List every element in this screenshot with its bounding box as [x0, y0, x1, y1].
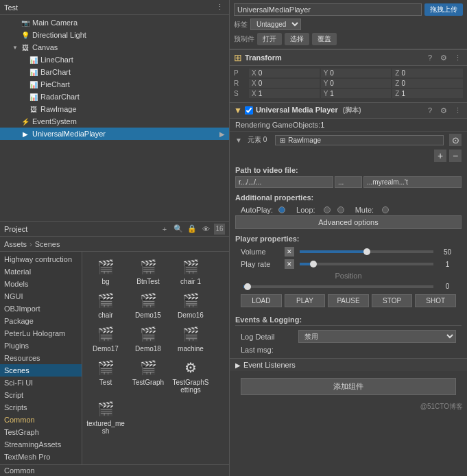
volume-slider[interactable] [300, 250, 433, 253]
folder-scenes[interactable]: Scenes [0, 364, 82, 377]
create-icon[interactable]: + [159, 224, 170, 235]
tag-dropdown[interactable]: Untagged [250, 19, 301, 30]
folder-peterlu[interactable]: PeterLu Hologram [0, 327, 82, 340]
log-dropdown[interactable]: 禁用 [298, 330, 456, 343]
autoplay-radio[interactable] [278, 206, 285, 213]
folder-plugins[interactable]: Plugins [0, 340, 82, 352]
mute-radio[interactable] [382, 206, 389, 213]
shot-btn[interactable]: SHOT [415, 294, 456, 307]
folder-ngui[interactable]: NGUI [0, 290, 82, 302]
volume-thumb[interactable] [363, 248, 370, 255]
loop-label: Loop: [296, 206, 315, 214]
folder-testgraph[interactable]: TestGraph [0, 426, 82, 438]
lock-icon[interactable]: 🔒 [187, 224, 197, 235]
px-field[interactable]: X 0 [249, 69, 320, 78]
search-icon[interactable]: 🔍 [173, 224, 184, 235]
stop-btn[interactable]: STOP [372, 294, 413, 307]
sy-field[interactable]: Y 1 [321, 89, 392, 98]
folder-streaming[interactable]: StreamingAssets [0, 438, 82, 451]
file-machine[interactable]: 🎬 machine [170, 322, 211, 354]
rz-field[interactable]: Z 0 [392, 79, 463, 88]
file-demo17[interactable]: 🎬 Demo17 [85, 322, 126, 354]
ry-field[interactable]: Y 0 [321, 79, 392, 88]
eye-icon[interactable]: 👁 [200, 224, 211, 235]
breadcrumb-assets[interactable]: Assets [4, 240, 27, 248]
tree-item-barchart[interactable]: 📊 BarChart [0, 66, 229, 78]
playrate-thumb[interactable] [310, 261, 317, 267]
transform-settings-icon[interactable]: ⚙ [438, 52, 449, 63]
tree-item-main-camera[interactable]: 📷 Main Camera [0, 16, 229, 29]
tree-item-universalmediaplayer[interactable]: ▶ UniversalMediaPlayer ▶ [0, 128, 229, 140]
file-texturedmesh[interactable]: 🎬 textured_mesh [85, 396, 126, 436]
load-btn[interactable]: LOAD [241, 294, 282, 307]
sz-field[interactable]: Z 1 [392, 89, 463, 98]
file-testgraph[interactable]: 🎬 TestGraph [128, 355, 169, 395]
file-demo18[interactable]: 🎬 Demo18 [128, 322, 169, 354]
folder-script[interactable]: Script [0, 389, 82, 401]
volume-x-btn[interactable]: ✕ [285, 247, 294, 257]
position-thumb[interactable] [244, 283, 251, 290]
loop-radio2[interactable] [337, 206, 344, 213]
folder-highway[interactable]: Highway contruction [0, 253, 82, 265]
tree-item-linechart[interactable]: 📊 LineChart [0, 53, 229, 66]
loop-radio1[interactable] [324, 206, 331, 213]
folder-textmesh[interactable]: TextMesh Pro [0, 451, 82, 463]
tree-item-radarchart[interactable]: 📊 RadarChart [0, 91, 229, 103]
add-element-btn[interactable]: + [434, 150, 446, 162]
path-field-1[interactable] [235, 176, 333, 188]
transform-header[interactable]: ⊞ Transform ? ⚙ ⋮ [230, 49, 467, 66]
transform-menu-icon[interactable]: ⋮ [452, 52, 463, 63]
tree-item-eventsystem[interactable]: ⚡ EventSystem [0, 115, 229, 128]
py-field[interactable]: Y 0 [321, 69, 392, 78]
playrate-x-btn[interactable]: ✕ [285, 259, 294, 269]
file-btntest[interactable]: 🎬 BtnTest [128, 254, 169, 287]
breadcrumb-scenes[interactable]: Scenes [35, 240, 60, 248]
play-btn[interactable]: PLAY [285, 294, 326, 307]
path-field-2[interactable] [335, 176, 362, 188]
ump-menu-icon[interactable]: ⋮ [452, 105, 463, 116]
folder-scripts[interactable]: Scripts [0, 401, 82, 414]
file-test[interactable]: 🎬 Test [85, 355, 126, 395]
rawimage-field[interactable]: ⊞ RawImage [275, 135, 444, 145]
path-field-3[interactable] [363, 176, 462, 188]
ump-help-icon[interactable]: ? [424, 105, 435, 116]
tree-item-rawimage[interactable]: 🖼 RawImage [0, 103, 229, 115]
folder-common[interactable]: Common [0, 414, 82, 426]
sx-field[interactable]: X 1 [249, 89, 320, 98]
prefab-open-btn[interactable]: 打开 [257, 33, 282, 45]
ump-header[interactable]: ▼ Universal Media Player (脚本) ? ⚙ ⋮ [230, 102, 467, 119]
hierarchy-menu-icon[interactable]: ⋮ [214, 2, 225, 13]
playrate-slider[interactable] [300, 263, 433, 265]
ump-settings-icon[interactable]: ⚙ [438, 105, 449, 116]
prefab-overrides-btn[interactable]: 覆盖 [312, 33, 337, 45]
circle-select-btn[interactable]: ⊙ [449, 134, 462, 146]
tree-item-piechart[interactable]: 📊 PieChart [0, 78, 229, 91]
remove-element-btn[interactable]: − [449, 150, 462, 162]
position-slider[interactable] [243, 285, 433, 288]
add-component-btn[interactable]: 添加组件 [241, 378, 456, 395]
folder-models[interactable]: Models [0, 278, 82, 290]
object-name-input[interactable] [234, 3, 422, 16]
tree-item-directional-light[interactable]: 💡 Directional Light [0, 29, 229, 41]
ump-enabled-checkbox[interactable] [245, 106, 253, 115]
upload-button[interactable]: 拖拽上传 [424, 3, 463, 16]
advanced-options-btn[interactable]: Advanced options [235, 215, 462, 229]
tree-item-canvas[interactable]: ▼ 🖼 Canvas [0, 41, 229, 53]
file-demo15[interactable]: 🎬 Demo15 [128, 288, 169, 320]
event-listeners-header[interactable]: ▶ Event Listeners [230, 358, 467, 371]
file-demo16[interactable]: 🎬 Demo16 [170, 288, 211, 320]
folder-resources[interactable]: Resources [0, 352, 82, 364]
transform-help-icon[interactable]: ? [424, 52, 435, 63]
file-testgraphsettings[interactable]: ⚙ TestGraphSettings [170, 355, 211, 395]
rx-field[interactable]: X 0 [249, 79, 320, 88]
file-chair[interactable]: 🎬 chair [85, 288, 126, 320]
prefab-select-btn[interactable]: 选择 [285, 33, 309, 45]
pz-field[interactable]: Z 0 [392, 69, 463, 78]
folder-scifi[interactable]: Sci-Fi UI [0, 377, 82, 389]
file-chair1[interactable]: 🎬 chair 1 [170, 254, 211, 287]
file-bg[interactable]: 🎬 bg [85, 254, 126, 287]
folder-package[interactable]: Package [0, 315, 82, 327]
folder-material[interactable]: Material [0, 265, 82, 278]
folder-objimport[interactable]: OBJImport [0, 302, 82, 315]
pause-btn[interactable]: PAUSE [328, 294, 369, 307]
